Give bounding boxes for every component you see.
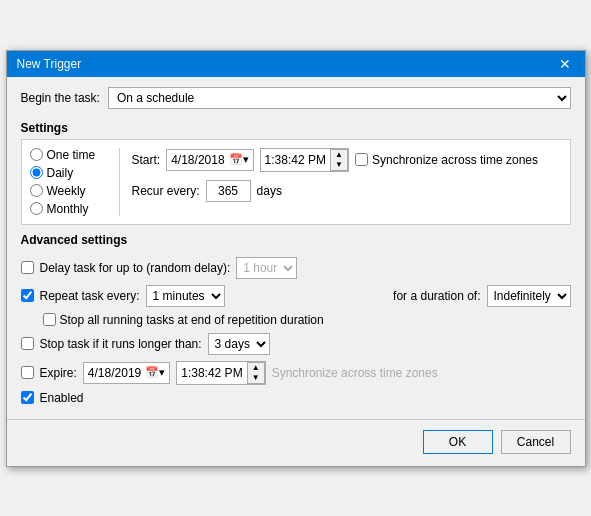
recur-row: Recur every: days	[132, 180, 562, 202]
new-trigger-dialog: New Trigger ✕ Begin the task: On a sched…	[6, 50, 586, 467]
time-down-button[interactable]: ▼	[331, 160, 347, 170]
begin-task-label: Begin the task:	[21, 91, 100, 105]
begin-task-row: Begin the task: On a schedule	[21, 87, 571, 109]
enabled-row: Enabled	[21, 391, 571, 405]
time-spinner: ▲ ▼	[330, 149, 348, 171]
expire-checkbox[interactable]	[21, 366, 34, 379]
recur-label: Recur every:	[132, 184, 200, 198]
recur-value-input[interactable]	[206, 180, 251, 202]
duration-select[interactable]: Indefinitely	[487, 285, 571, 307]
radio-daily-label: Daily	[47, 166, 74, 180]
sync-checkbox-row: Synchronize across time zones	[355, 153, 538, 167]
stop-longer-label: Stop task if it runs longer than:	[40, 337, 202, 351]
sync-checkbox[interactable]	[355, 153, 368, 166]
start-date-field[interactable]: 4/18/2018 📅▾	[166, 149, 253, 171]
delay-task-row: Delay task for up to (random delay): 1 h…	[21, 257, 571, 279]
radio-monthly[interactable]: Monthly	[30, 202, 109, 216]
sync-label: Synchronize across time zones	[372, 153, 538, 167]
stop-repetition-row: Stop all running tasks at end of repetit…	[21, 313, 571, 327]
begin-task-select[interactable]: On a schedule	[108, 87, 571, 109]
dialog-title: New Trigger	[17, 57, 82, 71]
advanced-settings-section: Advanced settings Delay task for up to (…	[21, 233, 571, 405]
dialog-body: Begin the task: On a schedule Settings O…	[7, 77, 585, 415]
start-time-group: 1:38:42 PM ▲ ▼	[260, 148, 349, 172]
delay-select[interactable]: 1 hour	[236, 257, 297, 279]
ok-button[interactable]: OK	[423, 430, 493, 454]
radio-monthly-label: Monthly	[47, 202, 89, 216]
start-time-value: 1:38:42 PM	[261, 149, 330, 171]
stop-longer-select[interactable]: 3 days	[208, 333, 270, 355]
expire-calendar-icon[interactable]: 📅▾	[145, 366, 165, 379]
radio-daily-input[interactable]	[30, 166, 43, 179]
expire-sync-label: Synchronize across time zones	[272, 366, 438, 380]
time-up-button[interactable]: ▲	[331, 150, 347, 160]
repeat-task-row: Repeat task every: 1 minutes for a durat…	[21, 285, 571, 307]
radio-monthly-input[interactable]	[30, 202, 43, 215]
settings-section: Settings One time Daily Weekly	[21, 121, 571, 225]
title-bar: New Trigger ✕	[7, 51, 585, 77]
button-row: OK Cancel	[7, 419, 585, 466]
recur-unit: days	[257, 184, 282, 198]
radio-one-time-input[interactable]	[30, 148, 43, 161]
stop-longer-checkbox[interactable]	[21, 337, 34, 350]
expire-date-value: 4/18/2019	[88, 366, 141, 380]
stop-repetition-checkbox[interactable]	[43, 313, 56, 326]
calendar-icon[interactable]: 📅▾	[229, 153, 249, 166]
expire-time-down-button[interactable]: ▼	[248, 373, 264, 383]
stop-longer-row: Stop task if it runs longer than: 3 days	[21, 333, 571, 355]
close-button[interactable]: ✕	[555, 57, 575, 71]
enabled-checkbox[interactable]	[21, 391, 34, 404]
expire-label: Expire:	[40, 366, 77, 380]
expire-time-group: 1:38:42 PM ▲ ▼	[176, 361, 265, 385]
expire-time-value: 1:38:42 PM	[177, 362, 246, 384]
expire-time-spinner: ▲ ▼	[247, 362, 265, 384]
settings-right: Start: 4/18/2018 📅▾ 1:38:42 PM ▲ ▼	[120, 148, 562, 216]
expire-time-up-button[interactable]: ▲	[248, 363, 264, 373]
start-label: Start:	[132, 153, 161, 167]
radio-one-time-label: One time	[47, 148, 96, 162]
repeat-select[interactable]: 1 minutes	[146, 285, 225, 307]
radio-one-time[interactable]: One time	[30, 148, 109, 162]
expire-date-field[interactable]: 4/18/2019 📅▾	[83, 362, 170, 384]
repeat-label: Repeat task every:	[40, 289, 140, 303]
radio-weekly[interactable]: Weekly	[30, 184, 109, 198]
for-duration-label: for a duration of:	[393, 289, 480, 303]
start-date-value: 4/18/2018	[171, 153, 224, 167]
delay-label: Delay task for up to (random delay):	[40, 261, 231, 275]
delay-checkbox[interactable]	[21, 261, 34, 274]
advanced-settings-label: Advanced settings	[21, 233, 571, 247]
schedule-radio-group: One time Daily Weekly Monthly	[30, 148, 120, 216]
settings-label: Settings	[21, 121, 571, 135]
expire-row: Expire: 4/18/2019 📅▾ 1:38:42 PM ▲ ▼ Sync…	[21, 361, 571, 385]
stop-repetition-label: Stop all running tasks at end of repetit…	[60, 313, 324, 327]
radio-weekly-input[interactable]	[30, 184, 43, 197]
start-row: Start: 4/18/2018 📅▾ 1:38:42 PM ▲ ▼	[132, 148, 562, 172]
radio-weekly-label: Weekly	[47, 184, 86, 198]
repeat-checkbox[interactable]	[21, 289, 34, 302]
enabled-label: Enabled	[40, 391, 84, 405]
cancel-button[interactable]: Cancel	[501, 430, 571, 454]
settings-box: One time Daily Weekly Monthly	[21, 139, 571, 225]
radio-daily[interactable]: Daily	[30, 166, 109, 180]
